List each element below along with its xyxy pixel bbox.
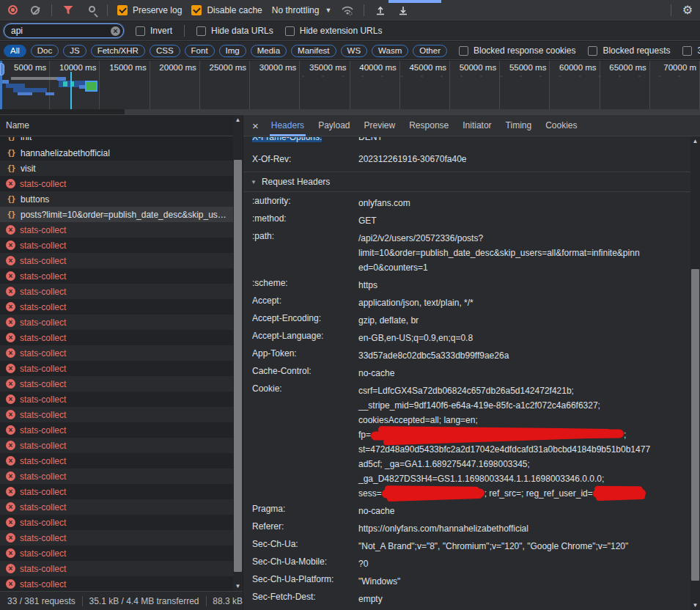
close-icon[interactable]: ×: [252, 120, 259, 132]
request-row[interactable]: ×stats-collect: [0, 515, 233, 530]
type-filter-pill-font[interactable]: Font: [185, 45, 215, 57]
preserve-log-checkbox[interactable]: Preserve log: [117, 5, 182, 15]
divider: [51, 4, 52, 16]
tab-preview[interactable]: Preview: [364, 115, 396, 136]
request-row[interactable]: {}posts?limit=10&order=publish_date_desc…: [0, 207, 233, 222]
detail-scrollbar[interactable]: ▲ ▼: [690, 136, 700, 610]
header-name: :scheme:: [243, 276, 358, 290]
request-row[interactable]: ×stats-collect: [0, 453, 233, 468]
scroll-down-icon[interactable]: ▼: [233, 581, 243, 591]
network-conditions-button[interactable]: [341, 4, 354, 17]
request-row[interactable]: ×stats-collect: [0, 376, 233, 392]
request-row[interactable]: ×stats-collect: [0, 330, 233, 345]
divider: [671, 4, 671, 16]
request-detail-panel: × HeadersPayloadPreviewResponseInitiator…: [243, 115, 700, 610]
clear-button[interactable]: [29, 4, 42, 17]
request-row[interactable]: ×stats-collect: [0, 284, 233, 299]
request-row[interactable]: ×stats-collect: [0, 392, 233, 407]
request-row[interactable]: ×stats-collect: [0, 253, 233, 268]
json-icon: {}: [6, 137, 16, 142]
search-button[interactable]: [84, 4, 97, 17]
import-har-button[interactable]: [374, 4, 387, 17]
record-icon: [8, 5, 18, 15]
filter-checkbox-blocked-requests[interactable]: Blocked requests: [588, 45, 670, 56]
hscroll-thumb[interactable]: [125, 109, 700, 114]
request-row[interactable]: ×stats-collect: [0, 468, 233, 484]
type-filter-pill-ws[interactable]: WS: [341, 45, 368, 57]
request-row[interactable]: ×stats-collect: [0, 299, 233, 315]
request-row[interactable]: ×stats-collect: [0, 176, 233, 191]
request-row[interactable]: ×stats-collect: [0, 576, 233, 591]
header-row: Sec-Ch-Ua:"Not_A Brand";v="8", "Chromium…: [243, 537, 690, 555]
request-row[interactable]: ×stats-collect: [0, 407, 233, 422]
type-filter-pill-css[interactable]: CSS: [150, 45, 180, 57]
tab-cookies[interactable]: Cookies: [545, 115, 577, 136]
type-filter-pill-fetch-xhr[interactable]: Fetch/XHR: [91, 45, 145, 57]
network-overview[interactable]: 5000 ms10000 ms15000 ms20000 ms25000 ms3…: [0, 61, 700, 115]
filter-checkbox-3rd-party-requests[interactable]: 3rd-party requests: [682, 45, 700, 56]
scrollbar-thumb[interactable]: [234, 160, 242, 572]
type-filter-pill-doc[interactable]: Doc: [31, 45, 59, 57]
type-filter-pill-wasm[interactable]: Wasm: [372, 45, 408, 57]
request-row[interactable]: ×stats-collect: [0, 499, 233, 515]
request-row[interactable]: ×stats-collect: [0, 561, 233, 576]
request-row[interactable]: ×stats-collect: [0, 484, 233, 499]
request-row[interactable]: {}buttons: [0, 191, 233, 207]
request-row[interactable]: ×stats-collect: [0, 222, 233, 238]
request-row[interactable]: ×stats-collect: [0, 438, 233, 453]
tab-payload[interactable]: Payload: [318, 115, 350, 136]
throttling-dropdown[interactable]: No throttling ▼: [272, 5, 332, 15]
type-filter-pill-media[interactable]: Media: [251, 45, 287, 57]
overview-horizontal-scrollbar[interactable]: [0, 109, 700, 114]
request-row[interactable]: {}hannahelizabethofficial: [0, 145, 233, 161]
tab-headers[interactable]: Headers: [271, 115, 304, 136]
tab-initiator[interactable]: Initiator: [463, 115, 491, 136]
tab-timing[interactable]: Timing: [506, 115, 532, 136]
request-row[interactable]: ×stats-collect: [0, 345, 233, 361]
request-row[interactable]: ×stats-collect: [0, 361, 233, 376]
overview-tick-label: 70000 m: [663, 63, 696, 72]
filter-toggle-button[interactable]: [62, 4, 75, 17]
request-list-scrollbar[interactable]: ▲ ▼: [233, 115, 243, 591]
request-row[interactable]: {}init: [0, 137, 233, 145]
request-row[interactable]: ×stats-collect: [0, 530, 233, 545]
export-har-button[interactable]: [397, 4, 410, 17]
filter-checkbox-blocked-response-cookies[interactable]: Blocked response cookies: [459, 45, 575, 56]
disable-cache-checkbox[interactable]: Disable cache: [191, 5, 262, 15]
request-row[interactable]: ×stats-collect: [0, 315, 233, 330]
request-row[interactable]: ×stats-collect: [0, 268, 233, 284]
hide-extension-urls-checkbox[interactable]: Hide extension URLs: [285, 26, 383, 36]
clear-filter-icon[interactable]: ×: [111, 26, 120, 36]
devtools-network-panel: Preserve log Disable cache No throttling…: [0, 0, 700, 610]
type-filter-pill-all[interactable]: All: [4, 45, 26, 57]
scroll-up-icon[interactable]: ▲: [690, 136, 700, 146]
request-row[interactable]: ×stats-collect: [0, 422, 233, 438]
scroll-down-icon[interactable]: ▼: [690, 600, 700, 610]
header-row: Pragma:no-cache: [243, 502, 690, 520]
request-name: stats-collect: [20, 256, 233, 266]
request-row[interactable]: ×stats-collect: [0, 545, 233, 561]
type-filter-pill-manifest[interactable]: Manifest: [291, 45, 336, 57]
scroll-up-icon[interactable]: ▲: [233, 115, 243, 125]
overview-range-knob[interactable]: [0, 63, 4, 76]
settings-button[interactable]: ⚙: [681, 4, 694, 17]
name-column-header[interactable]: Name: [0, 115, 242, 136]
type-filter-pill-img[interactable]: Img: [219, 45, 246, 57]
error-icon: ×: [6, 302, 15, 312]
invert-checkbox[interactable]: Invert: [136, 26, 172, 36]
scrollbar-thumb[interactable]: [691, 269, 699, 581]
type-filter-pill-other[interactable]: Other: [413, 45, 447, 57]
summary-item: 88.3 kB: [213, 596, 243, 606]
error-icon: ×: [6, 518, 15, 527]
request-headers-section-toggle[interactable]: ▼Request Headers: [243, 172, 690, 192]
request-row[interactable]: {}visit: [0, 161, 233, 176]
type-filter-pill-js[interactable]: JS: [63, 45, 86, 57]
filter-input[interactable]: api ×: [4, 23, 124, 38]
header-row: Accept:application/json, text/plain, */*: [243, 294, 690, 312]
hide-data-urls-checkbox[interactable]: Hide data URLs: [196, 26, 273, 36]
record-button[interactable]: [6, 4, 19, 17]
error-icon: ×: [6, 348, 15, 358]
tab-response[interactable]: Response: [409, 115, 449, 136]
overview-segment: 20000 ms: [150, 61, 200, 109]
request-row[interactable]: ×stats-collect: [0, 238, 233, 253]
